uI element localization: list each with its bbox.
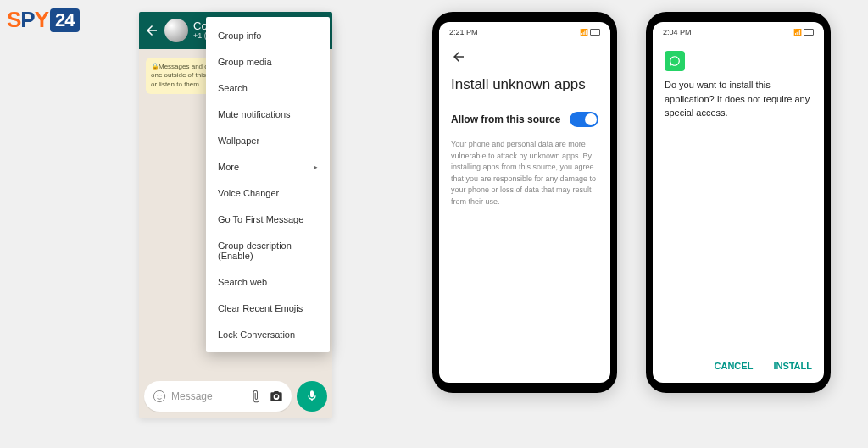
menu-search[interactable]: Search [206, 75, 330, 101]
status-bar-2: 2:04 PM 📶 [653, 22, 824, 42]
install-button[interactable]: INSTALL [773, 361, 812, 371]
message-placeholder: Message [171, 390, 213, 402]
status-time-2: 2:04 PM [663, 28, 692, 36]
warning-description: Your phone and personal data are more vu… [439, 134, 610, 213]
chat-options-menu: Group info Group media Search Mute notif… [206, 17, 330, 352]
logo-letter-p: P [20, 7, 34, 33]
install-prompt-text: Do you want to install this application?… [653, 78, 824, 120]
menu-group-info[interactable]: Group info [206, 22, 330, 48]
mic-button[interactable] [297, 381, 327, 412]
svg-point-1 [157, 395, 158, 395]
phone-unknown-apps: 2:21 PM 📶 Install unknown apps Allow fro… [432, 12, 617, 393]
status-icons-1: 📶 [580, 29, 600, 36]
logo-letter-y: Y [35, 7, 48, 33]
status-icons-2: 📶 [793, 29, 814, 36]
logo-24-badge: 24 [50, 8, 79, 32]
emoji-icon[interactable] [153, 390, 166, 403]
app-icon [665, 51, 685, 71]
allow-source-row[interactable]: Allow from this source [439, 105, 610, 134]
signal-icon: 📶 [793, 29, 801, 36]
phone-screen-2: 2:04 PM 📶 Do you want to install this ap… [653, 22, 824, 383]
whatsapp-icon [669, 55, 681, 67]
svg-point-0 [153, 390, 164, 401]
spy24-logo: S P Y 24 [7, 7, 80, 33]
phone-install-confirm: 2:04 PM 📶 Do you want to install this ap… [646, 12, 831, 393]
allow-source-label: Allow from this source [451, 113, 560, 125]
logo-letter-s: S [7, 7, 20, 33]
back-arrow-icon[interactable] [144, 23, 159, 38]
chevron-right-icon: ▸ [314, 163, 318, 171]
menu-more-label: More [218, 162, 239, 172]
camera-icon[interactable] [270, 390, 283, 403]
menu-wallpaper[interactable]: Wallpaper [206, 127, 330, 153]
attach-icon[interactable] [249, 390, 263, 403]
page-title: Install unknown apps [439, 73, 610, 105]
menu-voice-changer[interactable]: Voice Changer [206, 180, 330, 206]
battery-icon [590, 29, 600, 36]
back-arrow-icon[interactable] [451, 49, 466, 64]
back-button-row [439, 42, 610, 73]
battery-icon [804, 29, 814, 36]
message-input-row: Message [144, 381, 327, 412]
menu-group-description[interactable]: Group description (Enable) [206, 232, 330, 268]
signal-icon: 📶 [580, 29, 587, 36]
menu-more[interactable]: More ▸ [206, 153, 330, 180]
menu-first-message[interactable]: Go To First Message [206, 206, 330, 232]
menu-lock-conversation[interactable]: Lock Conversation [206, 321, 330, 347]
install-buttons: CANCEL INSTALL [715, 361, 812, 371]
menu-group-media[interactable]: Group media [206, 48, 330, 75]
menu-clear-emojis[interactable]: Clear Recent Emojis [206, 295, 330, 321]
menu-mute-notifications[interactable]: Mute notifications [206, 101, 330, 127]
svg-point-2 [161, 395, 162, 395]
menu-search-web[interactable]: Search web [206, 268, 330, 295]
mic-icon [305, 390, 319, 403]
allow-toggle-on[interactable] [570, 112, 598, 127]
status-bar-1: 2:21 PM 📶 [439, 22, 610, 42]
cancel-button[interactable]: CANCEL [715, 361, 754, 371]
lock-icon: 🔒 [151, 63, 157, 71]
message-input[interactable]: Message [144, 381, 292, 412]
chat-avatar[interactable] [164, 19, 188, 42]
status-time-1: 2:21 PM [449, 28, 478, 36]
phone-screen-1: 2:21 PM 📶 Install unknown apps Allow fro… [439, 22, 610, 383]
